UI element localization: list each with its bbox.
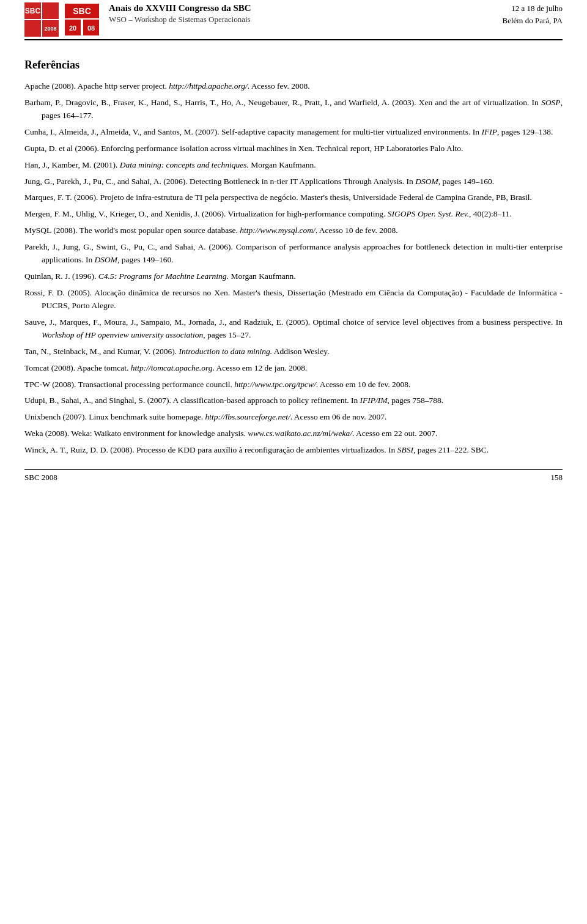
page-footer: SBC 2008 158 [24,469,563,482]
svg-text:SBC: SBC [73,6,91,16]
list-item: Udupi, B., Sahai, A., and Singhal, S. (2… [24,394,563,407]
list-item: Marques, F. T. (2006). Projeto de infra-… [24,191,563,204]
header-subtitle: WSO – Workshop de Sistemas Operacionais [109,15,503,24]
list-item: Jung, G., Parekh, J., Pu, C., and Sahai,… [24,176,563,188]
list-item: Sauve, J., Marques, F., Moura, J., Sampa… [24,316,563,342]
section-title: Referências [24,59,563,72]
svg-text:2008: 2008 [44,26,56,32]
sbc-logo: SBC 2008 [24,2,59,37]
list-item: MySQL (2008). The world's most popular o… [24,224,563,237]
header-date: 12 a 18 de julho Belém do Pará, PA [503,2,563,37]
svg-rect-1 [42,2,59,19]
svg-text:20: 20 [69,24,76,32]
list-item: TPC-W (2008). Transactional processing p… [24,379,563,391]
header-date-line2: Belém do Pará, PA [503,15,563,27]
footer-left: SBC 2008 [24,473,57,482]
list-item: Unixbench (2007). Linux benchmark suite … [24,411,563,424]
header-text-block: Anais do XXVIII Congresso da SBC WSO – W… [105,2,503,37]
list-item: Gupta, D. et al (2006). Enforcing perfor… [24,142,563,155]
header-date-line1: 12 a 18 de julho [503,2,563,15]
header-title: Anais do XXVIII Congresso da SBC [109,2,503,15]
svg-text:08: 08 [87,24,95,32]
list-item: Winck, A. T., Ruiz, D. D. (2008). Proces… [24,444,563,457]
list-item: Weka (2008). Weka: Waikato environment f… [24,427,563,440]
list-item: Barham, P., Dragovic, B., Fraser, K., Ha… [24,97,563,122]
svg-text:SBC: SBC [25,7,41,15]
sbc-logo-svg: SBC 20 08 [65,4,99,35]
list-item: Han, J., Kamber, M. (2001). Data mining:… [24,159,563,172]
list-item: Apache (2008). Apache http server projec… [24,80,563,93]
logo-container: SBC 2008 [24,2,59,37]
main-content: Referências Apache (2008). Apache http s… [24,59,563,457]
list-item: Tan, N., Steinback, M., and Kumar, V. (2… [24,346,563,358]
svg-rect-6 [26,21,39,24]
list-item: Cunha, I., Almeida, J., Almeida, V., and… [24,126,563,139]
references-list: Apache (2008). Apache http server projec… [24,80,563,457]
list-item: Rossi, F. D. (2005). Alocação dinâmica d… [24,287,563,312]
list-item: Tomcat (2008). Apache tomcat. http://tom… [24,362,563,375]
list-item: Quinlan, R. J. (1996). C4.5: Programs fo… [24,270,563,283]
list-item: Mergen, F. M., Uhlig, V., Krieger, O., a… [24,208,563,221]
list-item: Parekh, J., Jung, G., Swint, G., Pu, C.,… [24,241,563,267]
logo-block: SBC 20 08 [65,2,99,37]
footer-right: 158 [551,473,563,482]
page-header: SBC 2008 SBC 20 08 Anais do XXVIII Congr… [24,0,563,40]
